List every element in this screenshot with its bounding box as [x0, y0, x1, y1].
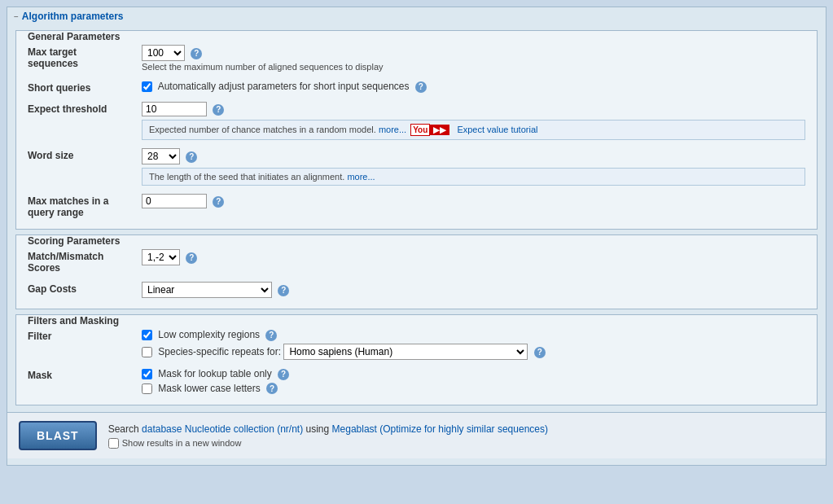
lookup-table-row: Mask for lookup table only ? [142, 368, 805, 380]
new-window-row: Show results in a new window [108, 438, 548, 449]
short-queries-info-icon[interactable]: ? [415, 81, 427, 93]
max-matches-info-icon[interactable]: ? [213, 196, 224, 208]
expect-tutorial-link[interactable]: Expect value tutorial [457, 125, 537, 134]
gap-costs-control: Linear Existence: 5 Extension: 2 Existen… [142, 282, 805, 298]
yt-tube: ▶▶ [430, 125, 449, 135]
collapse-icon[interactable]: − [14, 12, 19, 21]
expect-threshold-input[interactable] [142, 102, 207, 116]
max-target-control: 100 10 50 250 500 1000 5000 ? Select the… [142, 45, 805, 72]
low-complexity-row: Low complexity regions ? [142, 329, 805, 341]
gap-costs-select[interactable]: Linear Existence: 5 Extension: 2 Existen… [142, 282, 272, 298]
max-target-row: Max targetsequences 100 10 50 250 500 10… [24, 41, 809, 77]
blast-program-link[interactable]: Megablast (Optimize for highly similar s… [332, 423, 548, 435]
max-target-help: Select the maximum number of aligned seq… [142, 62, 384, 72]
expect-threshold-label: Expect threshold [28, 102, 142, 115]
word-size-info-icon[interactable]: ? [186, 151, 197, 163]
short-queries-control: Automatically adjust parameters for shor… [142, 81, 805, 93]
short-queries-checkbox-label[interactable]: Automatically adjust parameters for shor… [142, 81, 412, 92]
expect-threshold-row: Expect threshold ? Expected number of ch… [24, 98, 809, 144]
yt-you: You [410, 124, 430, 136]
filters-masking-panel: Filters and Masking Filter Low complexit… [15, 314, 818, 405]
youtube-badge: You▶▶ [410, 124, 449, 136]
general-parameters-title: General Parameters [24, 31, 123, 42]
short-queries-checkbox[interactable] [142, 81, 152, 92]
lookup-table-checkbox[interactable] [142, 369, 152, 379]
low-complexity-checkbox[interactable] [142, 330, 152, 340]
short-queries-row: Short queries Automatically adjust param… [24, 77, 809, 98]
lower-case-row: Mask lower case letters ? [142, 383, 805, 395]
filter-control: Low complexity regions ? Species-specifi… [142, 329, 805, 360]
blast-desc-prefix: Search [108, 423, 139, 435]
low-complexity-text: Low complexity regions [158, 329, 260, 340]
scoring-parameters-title: Scoring Parameters [24, 235, 123, 247]
species-repeats-row: Species-specific repeats for: Homo sapie… [142, 344, 805, 360]
filter-label: Filter [28, 329, 142, 342]
filters-masking-title: Filters and Masking [24, 315, 122, 327]
species-repeats-text: Species-specific repeats for: [158, 346, 281, 357]
general-parameters-panel: General Parameters Max targetsequences 1… [15, 30, 818, 230]
lookup-table-text: Mask for lookup table only [158, 368, 271, 379]
word-size-help-text: The length of the seed that initiates an… [149, 172, 344, 182]
expect-threshold-info-icon[interactable]: ? [213, 104, 224, 116]
max-target-select[interactable]: 100 10 50 250 500 1000 5000 [142, 45, 185, 61]
lower-case-label[interactable]: Mask lower case letters [142, 383, 263, 394]
word-size-select[interactable]: 28 16 20 24 32 48 64 128 256 [142, 148, 180, 164]
mask-row: Mask Mask for lookup table only ? Mask l… [24, 364, 809, 399]
max-matches-row: Max matches in aquery range ? [24, 190, 809, 222]
expect-threshold-control: ? Expected number of chance matches in a… [142, 102, 805, 140]
blast-button[interactable]: BLAST [19, 421, 97, 450]
lower-case-info-icon[interactable]: ? [266, 383, 278, 394]
lookup-table-info-icon[interactable]: ? [278, 369, 289, 380]
new-window-label: Show results in a new window [122, 438, 242, 448]
new-window-checkbox[interactable] [108, 438, 119, 449]
gap-costs-label: Gap Costs [28, 282, 142, 295]
scoring-parameters-panel: Scoring Parameters Match/MismatchScores … [15, 234, 818, 309]
filter-row: Filter Low complexity regions ? Species-… [24, 325, 809, 364]
low-complexity-info-icon[interactable]: ? [265, 330, 277, 341]
mask-control: Mask for lookup table only ? Mask lower … [142, 368, 805, 395]
expect-more-link[interactable]: more... [379, 125, 406, 134]
lower-case-checkbox[interactable] [142, 383, 152, 394]
max-matches-input[interactable] [142, 194, 207, 208]
match-mismatch-label: Match/MismatchScores [28, 249, 142, 274]
word-size-row: Word size 28 16 20 24 32 48 64 128 256 ?… [24, 144, 809, 190]
short-queries-label: Short queries [28, 81, 142, 94]
blast-bar: BLAST Search database Nucleotide collect… [7, 412, 826, 458]
gap-costs-row: Gap Costs Linear Existence: 5 Extension:… [24, 278, 809, 302]
word-size-control: 28 16 20 24 32 48 64 128 256 ? The lengt… [142, 148, 805, 186]
lower-case-text: Mask lower case letters [158, 383, 260, 394]
mask-label: Mask [28, 368, 142, 381]
word-size-label: Word size [28, 148, 142, 161]
lookup-table-label[interactable]: Mask for lookup table only [142, 368, 274, 379]
max-target-label: Max targetsequences [28, 45, 142, 69]
match-mismatch-control: 1,-2 1,-3 1,-4 2,-3 4,-5 1,-1 ? [142, 249, 805, 265]
species-select[interactable]: Homo sapiens (Human) Mus musculus (Mouse… [283, 344, 528, 360]
short-queries-text: Automatically adjust parameters for shor… [158, 81, 410, 92]
species-repeats-checkbox[interactable] [142, 347, 152, 357]
species-repeats-label[interactable]: Species-specific repeats for: [142, 346, 283, 357]
low-complexity-label[interactable]: Low complexity regions [142, 329, 262, 340]
match-mismatch-select[interactable]: 1,-2 1,-3 1,-4 2,-3 4,-5 1,-1 [142, 249, 180, 265]
expect-help-prefix: Expected number of chance matches in a r… [149, 125, 376, 134]
species-info-icon[interactable]: ? [534, 347, 546, 358]
word-size-help: The length of the seed that initiates an… [142, 168, 805, 186]
section-header: − Algorithm parameters [7, 7, 826, 25]
max-matches-label: Max matches in aquery range [28, 194, 142, 218]
algorithm-parameters-link[interactable]: Algorithm parameters [22, 11, 124, 22]
blast-description: Search database Nucleotide collection (n… [108, 423, 548, 449]
blast-database-link[interactable]: database Nucleotide collection (nr/nt) [142, 423, 303, 435]
max-matches-control: ? [142, 194, 805, 208]
expect-threshold-help: Expected number of chance matches in a r… [142, 120, 805, 140]
match-mismatch-row: Match/MismatchScores 1,-2 1,-3 1,-4 2,-3… [24, 245, 809, 278]
algorithm-parameters-panel: − Algorithm parameters General Parameter… [7, 7, 826, 466]
max-target-info-icon[interactable]: ? [191, 48, 202, 59]
gap-costs-info-icon[interactable]: ? [278, 285, 289, 296]
match-mismatch-info-icon[interactable]: ? [186, 252, 197, 264]
blast-desc-middle: using [306, 423, 332, 435]
word-size-more-link[interactable]: more... [347, 172, 375, 182]
